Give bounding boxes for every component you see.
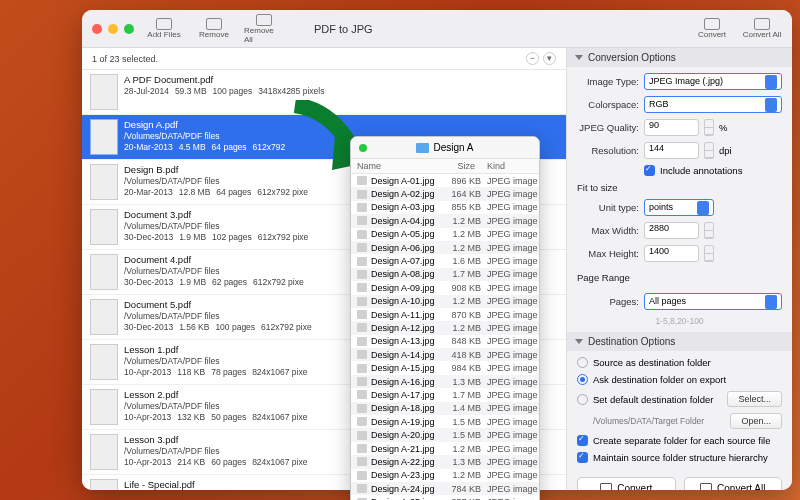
expand-button[interactable]: ▾ <box>543 52 556 65</box>
file-thumbnail <box>90 74 118 110</box>
finder-row[interactable]: Design A-25.jpg857 KBJPEG image <box>351 495 539 500</box>
minus-icon <box>206 18 222 30</box>
finder-row[interactable]: Design A-10.jpg1.2 MBJPEG image <box>351 295 539 308</box>
unit-type-label: Unit type: <box>577 202 639 213</box>
finder-row[interactable]: Design A-17.jpg1.7 MBJPEG image <box>351 388 539 401</box>
ask-on-export-radio[interactable] <box>577 374 588 385</box>
quality-input[interactable]: 90 <box>644 119 699 136</box>
max-height-input[interactable]: 1400 <box>644 245 699 262</box>
toolbar-convert-all-button[interactable]: Convert All <box>742 18 782 39</box>
file-icon <box>357 471 367 480</box>
finder-row[interactable]: Design A-24.jpg784 KBJPEG image <box>351 482 539 495</box>
finder-row[interactable]: Design A-13.jpg848 KBJPEG image <box>351 335 539 348</box>
close-icon[interactable] <box>92 24 102 34</box>
file-icon <box>357 203 367 212</box>
finder-row[interactable]: Design A-14.jpg418 KBJPEG image <box>351 348 539 361</box>
file-name: Lesson 2.pdf <box>124 389 307 401</box>
image-type-select[interactable]: JPEG Image (.jpg) <box>644 73 782 90</box>
convert-all-icon <box>754 18 770 30</box>
finder-row[interactable]: Design A-15.jpg984 KBJPEG image <box>351 361 539 374</box>
finder-filesize: 984 KB <box>439 363 481 373</box>
resolution-input[interactable]: 144 <box>644 142 699 159</box>
convert-all-button[interactable]: Convert All <box>684 477 783 490</box>
convert-icon <box>600 483 612 490</box>
finder-row[interactable]: Design A-22.jpg1.3 MBJPEG image <box>351 455 539 468</box>
finder-filename: Design A-22.jpg <box>371 457 439 467</box>
finder-row[interactable]: Design A-07.jpg1.6 MBJPEG image <box>351 254 539 267</box>
max-height-stepper[interactable] <box>704 245 714 262</box>
unit-type-select[interactable]: points <box>644 199 714 216</box>
file-path: /Volumes/DATA/PDF files <box>124 356 307 367</box>
select-dest-button[interactable]: Select... <box>727 391 782 407</box>
finder-row[interactable]: Design A-19.jpg1.5 MBJPEG image <box>351 415 539 428</box>
finder-filesize: 784 KB <box>439 484 481 494</box>
finder-filesize: 1.7 MB <box>439 269 481 279</box>
file-icon <box>357 216 367 225</box>
page-range-hint: 1-5,8,20-100 <box>577 316 782 326</box>
updown-icon <box>765 98 777 112</box>
finder-row[interactable]: Design A-23.jpg1.2 MBJPEG image <box>351 469 539 482</box>
max-width-stepper[interactable] <box>704 222 714 239</box>
max-width-input[interactable]: 2880 <box>644 222 699 239</box>
finder-row[interactable]: Design A-11.jpg870 KBJPEG image <box>351 308 539 321</box>
toolbar-convert-button[interactable]: Convert <box>692 18 732 39</box>
add-files-button[interactable]: Add Files <box>144 18 184 39</box>
colorspace-select[interactable]: RGB <box>644 96 782 113</box>
finder-row[interactable]: Design A-16.jpg1.3 MBJPEG image <box>351 375 539 388</box>
finder-row[interactable]: Design A-01.jpg896 KBJPEG image <box>351 174 539 187</box>
remove-all-button[interactable]: Remove All <box>244 14 284 44</box>
convert-button[interactable]: Convert <box>577 477 676 490</box>
finder-row[interactable]: Design A-02.jpg164 KBJPEG image <box>351 187 539 200</box>
finder-filename: Design A-05.jpg <box>371 229 439 239</box>
source-as-dest-radio[interactable] <box>577 357 588 368</box>
finder-filekind: JPEG image <box>481 484 539 494</box>
collapse-button[interactable]: − <box>526 52 539 65</box>
finder-row[interactable]: Design A-08.jpg1.7 MBJPEG image <box>351 268 539 281</box>
zoom-icon[interactable] <box>124 24 134 34</box>
finder-filename: Design A-06.jpg <box>371 243 439 253</box>
file-meta: 30-Dec-20131.56 KB100 pages612x792 pixe <box>124 322 312 333</box>
finder-row[interactable]: Design A-04.jpg1.2 MBJPEG image <box>351 214 539 227</box>
finder-filekind: JPEG image <box>481 430 539 440</box>
file-icon <box>357 364 367 373</box>
finder-row[interactable]: Design A-12.jpg1.2 MBJPEG image <box>351 321 539 334</box>
finder-columns[interactable]: Name Size Kind <box>351 159 539 174</box>
include-annotations-checkbox[interactable] <box>644 165 655 176</box>
col-size[interactable]: Size <box>439 159 481 173</box>
resolution-stepper[interactable] <box>704 142 714 159</box>
create-separate-checkbox[interactable] <box>577 435 588 446</box>
finder-filesize: 1.5 MB <box>439 417 481 427</box>
finder-row[interactable]: Design A-09.jpg908 KBJPEG image <box>351 281 539 294</box>
file-icon <box>357 190 367 199</box>
finder-list[interactable]: Design A-01.jpg896 KBJPEG imageDesign A-… <box>351 174 539 500</box>
maintain-hierarchy-checkbox[interactable] <box>577 452 588 463</box>
finder-row[interactable]: Design A-03.jpg855 KBJPEG image <box>351 201 539 214</box>
file-path: /Volumes/DATA/PDF files <box>124 266 304 277</box>
finder-filesize: 1.4 MB <box>439 403 481 413</box>
finder-row[interactable]: Design A-21.jpg1.2 MBJPEG image <box>351 442 539 455</box>
set-default-radio[interactable] <box>577 394 588 405</box>
pages-select[interactable]: All pages <box>644 293 782 310</box>
finder-filename: Design A-10.jpg <box>371 296 439 306</box>
minimize-icon[interactable] <box>108 24 118 34</box>
finder-row[interactable]: Design A-18.jpg1.4 MBJPEG image <box>351 402 539 415</box>
col-name[interactable]: Name <box>351 159 439 173</box>
remove-button[interactable]: Remove <box>194 18 234 39</box>
col-kind[interactable]: Kind <box>481 159 539 173</box>
window-dot-icon[interactable] <box>359 144 367 152</box>
file-icon <box>357 337 367 346</box>
finder-filename: Design A-11.jpg <box>371 310 439 320</box>
finder-filekind: JPEG image <box>481 323 539 333</box>
finder-row[interactable]: Design A-20.jpg1.5 MBJPEG image <box>351 428 539 441</box>
file-path: /Volumes/DATA/PDF files <box>124 176 308 187</box>
destination-header[interactable]: Destination Options <box>567 332 792 351</box>
open-dest-button[interactable]: Open... <box>730 413 782 429</box>
finder-row[interactable]: Design A-06.jpg1.2 MBJPEG image <box>351 241 539 254</box>
file-meta: 30-Dec-20131.9 MB102 pages612x792 pixe <box>124 232 308 243</box>
finder-filesize: 1.6 MB <box>439 256 481 266</box>
finder-row[interactable]: Design A-05.jpg1.2 MBJPEG image <box>351 228 539 241</box>
file-path: /Volumes/DATA/PDF files <box>124 401 307 412</box>
file-row[interactable]: A PDF Document.pdf28-Jul-201459.3 MB100 … <box>82 70 566 115</box>
quality-stepper[interactable] <box>704 119 714 136</box>
conversion-header[interactable]: Conversion Options <box>567 48 792 67</box>
